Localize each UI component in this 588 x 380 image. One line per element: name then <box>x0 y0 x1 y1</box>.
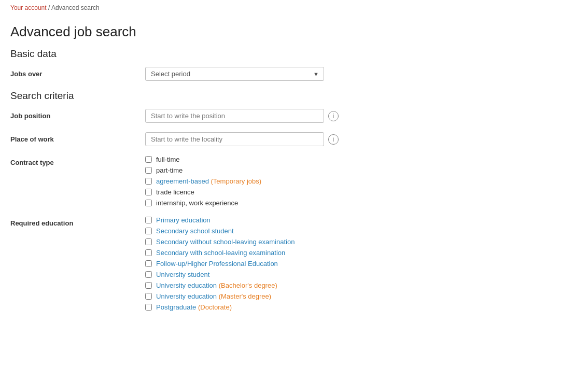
agreement-based-label[interactable]: agreement-based (Temporary jobs) <box>156 177 261 185</box>
breadcrumb-account-link[interactable]: Your account <box>10 4 47 11</box>
period-select-wrap: Select period Last 24 hours Last 3 days … <box>145 67 324 81</box>
jobs-over-row: Jobs over Select period Last 24 hours La… <box>10 67 578 81</box>
breadcrumb-current: Advanced search <box>51 4 100 11</box>
trade-licence-checkbox[interactable] <box>145 189 152 195</box>
place-of-work-row: Place of work i <box>10 132 578 146</box>
contract-type-checkboxes: full-time part-time agreement-based (Tem… <box>145 156 261 207</box>
place-of-work-input[interactable] <box>145 132 324 146</box>
university-student-label[interactable]: University student <box>156 271 209 278</box>
required-education-label: Required education <box>10 216 145 227</box>
university-master-label[interactable]: University education (Master's degree) <box>156 292 271 300</box>
basic-data-heading: Basic data <box>10 48 578 60</box>
job-position-label: Job position <box>10 109 145 120</box>
university-student-checkbox[interactable] <box>145 271 152 278</box>
place-of-work-label: Place of work <box>10 132 145 143</box>
jobs-over-label: Jobs over <box>10 67 145 78</box>
primary-education-label[interactable]: Primary education <box>156 216 211 224</box>
full-time-label[interactable]: full-time <box>156 156 180 163</box>
university-master-checkbox[interactable] <box>145 293 152 300</box>
list-item: Secondary without school-leaving examina… <box>145 238 295 246</box>
list-item: Follow-up/Higher Professional Education <box>145 260 295 268</box>
list-item: trade licence <box>145 188 261 196</box>
job-position-info-icon[interactable]: i <box>328 111 339 121</box>
contract-type-row: Contract type full-time part-time agreem… <box>10 156 578 207</box>
postgraduate-checkbox[interactable] <box>145 304 152 311</box>
university-bachelor-checkbox[interactable] <box>145 282 152 289</box>
secondary-without-label[interactable]: Secondary without school-leaving examina… <box>156 238 295 246</box>
agreement-based-checkbox[interactable] <box>145 178 152 185</box>
education-checkboxes: Primary education Secondary school stude… <box>145 216 295 311</box>
list-item: University student <box>145 271 295 278</box>
required-education-row: Required education Primary education Sec… <box>10 216 578 311</box>
job-position-input[interactable] <box>145 109 324 123</box>
secondary-student-label[interactable]: Secondary school student <box>156 227 234 235</box>
breadcrumb: Your account / Advanced search <box>10 0 578 15</box>
job-position-row: Job position i <box>10 109 578 123</box>
list-item: Postgraduate (Doctorate) <box>145 303 295 311</box>
postgraduate-label[interactable]: Postgraduate (Doctorate) <box>156 303 232 311</box>
full-time-checkbox[interactable] <box>145 156 152 163</box>
followup-higher-label[interactable]: Follow-up/Higher Professional Education <box>156 260 278 268</box>
job-position-control: i <box>145 109 339 123</box>
list-item: University education (Bachelor's degree) <box>145 282 295 289</box>
internship-label[interactable]: internship, work experience <box>156 199 238 207</box>
part-time-label[interactable]: part-time <box>156 166 183 174</box>
list-item: full-time <box>145 156 261 163</box>
period-select[interactable]: Select period Last 24 hours Last 3 days … <box>145 67 324 81</box>
list-item: Secondary with school-leaving examinatio… <box>145 249 295 257</box>
contract-type-label: Contract type <box>10 156 145 166</box>
page-title: Advanced job search <box>10 24 578 40</box>
basic-data-section: Basic data Jobs over Select period Last … <box>10 48 578 81</box>
primary-education-checkbox[interactable] <box>145 217 152 223</box>
place-of-work-control: i <box>145 132 339 146</box>
trade-licence-label[interactable]: trade licence <box>156 188 194 196</box>
followup-higher-checkbox[interactable] <box>145 260 152 267</box>
list-item: University education (Master's degree) <box>145 292 295 300</box>
place-of-work-info-icon[interactable]: i <box>328 134 339 145</box>
secondary-with-checkbox[interactable] <box>145 249 152 256</box>
secondary-student-checkbox[interactable] <box>145 228 152 234</box>
list-item: part-time <box>145 166 261 174</box>
list-item: agreement-based (Temporary jobs) <box>145 177 261 185</box>
part-time-checkbox[interactable] <box>145 167 152 174</box>
search-criteria-section: Search criteria Job position i Place of … <box>10 90 578 311</box>
secondary-with-label[interactable]: Secondary with school-leaving examinatio… <box>156 249 285 257</box>
search-criteria-heading: Search criteria <box>10 90 578 102</box>
list-item: Primary education <box>145 216 295 224</box>
university-bachelor-label[interactable]: University education (Bachelor's degree) <box>156 282 277 289</box>
list-item: Secondary school student <box>145 227 295 235</box>
page-wrapper: Your account / Advanced search Advanced … <box>0 0 588 380</box>
secondary-without-checkbox[interactable] <box>145 238 152 245</box>
internship-checkbox[interactable] <box>145 200 152 206</box>
list-item: internship, work experience <box>145 199 261 207</box>
